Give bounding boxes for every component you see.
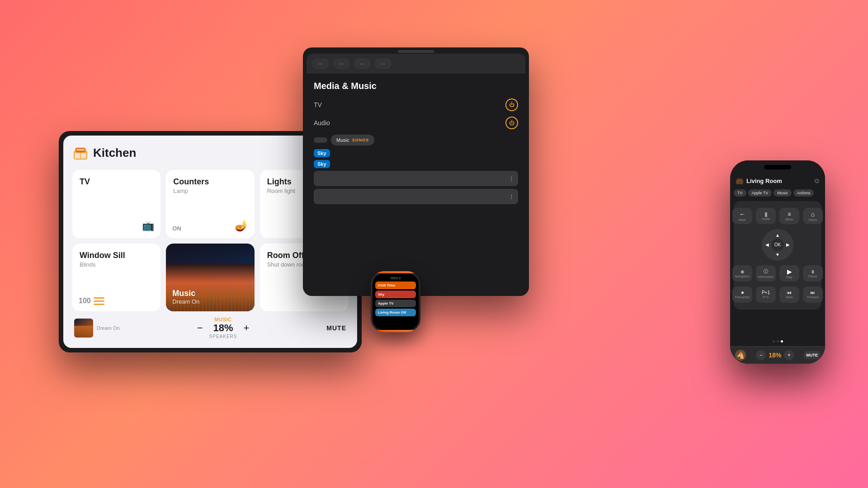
play-button[interactable]: ▶ Play: [779, 265, 799, 282]
dot-3-active: [781, 340, 783, 343]
tablet-notch: [398, 50, 434, 53]
phone-notch: [764, 165, 791, 169]
back-label: Back: [739, 218, 746, 221]
phone-remote-area: ← Back ||| Guide ≡ Menu ⌂ Home: [734, 201, 821, 310]
music-source-pill[interactable]: Music SONOS: [331, 135, 374, 145]
speakers-label: SPEAKERS: [209, 334, 237, 339]
volume-percentage: 18%: [209, 322, 237, 334]
counters-on-badge: ON: [172, 225, 181, 232]
pause-button[interactable]: ⏸ Pause: [803, 265, 823, 282]
phone-screen: Living Room ⊙ TV Apple TV Music Actions …: [730, 160, 825, 364]
phone-content: ← Back ||| Guide ≡ Menu ⌂ Home: [730, 198, 825, 337]
phone-room-icon: [736, 177, 744, 185]
phone-mute-button[interactable]: MUTE: [804, 351, 821, 359]
phone-volume-pct: 18%: [769, 352, 781, 359]
kitchen-title: Kitchen: [93, 146, 136, 160]
p1-button[interactable]: P+1 P+1: [756, 286, 776, 303]
volume-controls: − MUSIC 18% SPEAKERS +: [197, 317, 250, 339]
tv-tile[interactable]: TV 📺: [72, 170, 160, 238]
info-icon: ⓘ: [764, 268, 768, 275]
back-button[interactable]: ← Back: [732, 208, 752, 224]
sky-channel-1[interactable]: Sky: [314, 149, 330, 157]
pause-icon: ⏸: [811, 269, 815, 274]
play-icon: ▶: [787, 268, 792, 275]
p1-icon: P+1: [762, 290, 770, 295]
sonos-badge: SONOS: [352, 138, 369, 142]
tv-icon: 📺: [142, 220, 154, 232]
forward-button[interactable]: ⏭ Forward: [803, 286, 823, 303]
channel-item-4[interactable]: ⟩: [314, 189, 518, 204]
watch-scene-1[interactable]: Sky: [375, 291, 416, 298]
media-screen: ··· ··· ··· ··· Media & Music TV ⏻ Audio…: [307, 54, 525, 292]
menu-button[interactable]: ≡ Menu: [779, 208, 799, 224]
phone-tab-tv[interactable]: TV: [734, 189, 746, 197]
info-button[interactable]: ⓘ Information: [756, 265, 776, 282]
volume-minus-button[interactable]: −: [197, 322, 203, 334]
watch-scene-2[interactable]: Apple TV: [375, 300, 416, 307]
home-button[interactable]: ⌂ Home: [803, 208, 823, 224]
blinds-icon: [94, 297, 104, 305]
dot-1: [773, 340, 775, 343]
sky-channel-2[interactable]: Sky: [314, 160, 330, 168]
watch-band-bottom: [375, 330, 416, 332]
counters-tile[interactable]: Counters Lamp ON 🪔: [166, 170, 254, 238]
svg-rect-2: [76, 148, 85, 152]
phone-vol-minus-button[interactable]: −: [756, 350, 766, 360]
navigation-label: Navigation: [735, 275, 750, 278]
watch-scene-3[interactable]: Living Room Off: [375, 309, 416, 316]
tv-label: TV: [314, 101, 322, 108]
tv-row: TV ⏻: [314, 99, 518, 111]
media-tab-2[interactable]: ···: [333, 58, 350, 69]
mute-button[interactable]: MUTE: [326, 324, 346, 332]
nav-right-icon: ▶: [786, 242, 790, 247]
nav-left-icon: ◀: [765, 242, 769, 247]
guide-button[interactable]: ||| Guide: [756, 208, 776, 224]
audio-power-button[interactable]: ⏻: [505, 117, 518, 129]
media-tab-3[interactable]: ···: [354, 58, 371, 69]
music-tile-subtitle: Dream On: [172, 298, 199, 305]
phone-vol-plus-button[interactable]: +: [784, 350, 794, 360]
music-source-label: Music: [336, 137, 349, 143]
page-dots: [730, 337, 825, 346]
dot-2: [777, 340, 779, 343]
volume-plus-button[interactable]: +: [244, 322, 250, 334]
nav-circle[interactable]: OK ▲ ▼ ◀ ▶: [762, 229, 793, 261]
back-icon: ←: [739, 211, 745, 218]
tv-power-button[interactable]: ⏻: [505, 99, 518, 111]
rewind-icon: ⏮: [787, 290, 792, 295]
remote-row-1: ← Back ||| Guide ≡ Menu ⌂ Home: [732, 208, 823, 224]
window-sill-tile-title: Window Sill: [80, 251, 153, 260]
channel-item-3[interactable]: ⟩: [314, 171, 518, 186]
favourites-button[interactable]: ★ Favourites: [732, 286, 752, 303]
volume-display: MUSIC 18% SPEAKERS: [209, 317, 237, 339]
kitchen-header-left: Kitchen: [72, 145, 136, 161]
lamp-icon: 🪔: [235, 219, 248, 232]
kitchen-logo-icon: [72, 145, 89, 161]
menu-label: Menu: [785, 218, 793, 221]
phone-tab-music[interactable]: Music: [774, 189, 792, 197]
apple-source-pill[interactable]: [314, 137, 327, 143]
counters-tile-subtitle: Lamp: [173, 188, 247, 194]
phone-settings-button[interactable]: ⊙: [814, 177, 820, 184]
p1-label: P+1: [763, 296, 769, 299]
now-playing-thumbnail: [74, 319, 93, 338]
rewind-button[interactable]: ⏮ Back: [779, 286, 799, 303]
guide-icon: |||: [765, 212, 767, 217]
watch-scene-0[interactable]: Chill Time: [375, 282, 416, 289]
media-tab-1[interactable]: ···: [312, 58, 329, 69]
phone-bottom-bar: 🐴 − 18% + MUTE: [730, 346, 825, 364]
phone-tab-appletv[interactable]: Apple TV: [748, 189, 772, 197]
nav-center-button[interactable]: OK: [771, 239, 784, 251]
navigation-button[interactable]: ⊕ Navigation: [732, 265, 752, 282]
info-label: Information: [758, 275, 774, 278]
window-sill-tile[interactable]: Window Sill Blinds 100: [72, 244, 160, 312]
tv-tile-title: TV: [80, 177, 153, 187]
media-tab-4[interactable]: ···: [374, 58, 392, 69]
music-tile[interactable]: Music Dream On: [166, 244, 254, 312]
remote-row-3: ★ Favourites P+1 P+1 ⏮ Back ⏭ Forward: [732, 286, 823, 303]
apple-watch: WED 8 Chill Time Sky Apple TV Living Roo…: [371, 271, 420, 332]
channel-arrow-icon: ⟩: [510, 175, 513, 182]
favourites-label: Favourites: [735, 296, 750, 299]
phone-tab-actions[interactable]: Actions: [793, 189, 814, 197]
media-content: Media & Music TV ⏻ Audio ⏻ Music S: [307, 74, 525, 292]
